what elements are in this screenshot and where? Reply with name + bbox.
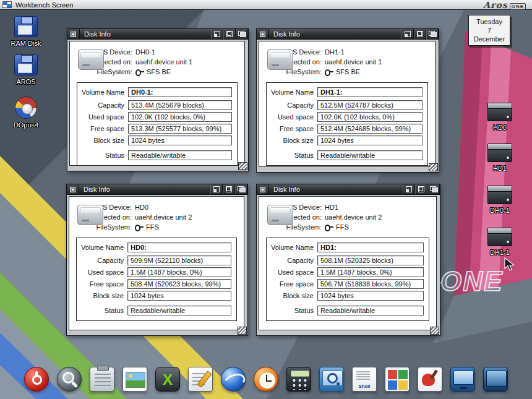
window-titlebar[interactable]: Disk Info xyxy=(257,29,439,40)
screen-titlebar: Workbench Screen Aros one xyxy=(0,0,532,10)
resize-handle[interactable] xyxy=(238,162,247,170)
desktop-icon-label: HD0 xyxy=(493,124,507,131)
resize-handle[interactable] xyxy=(429,163,438,171)
field-value-box: 506.7M (518838 blocks, 99%) xyxy=(317,279,424,289)
close-button[interactable] xyxy=(67,184,79,194)
field-value-text: DH1-1 xyxy=(325,48,345,56)
field-value: DH0-1 xyxy=(135,48,155,56)
depth-button[interactable] xyxy=(235,184,247,194)
dock-icon-clipboard[interactable] xyxy=(90,367,114,392)
window-titlebar[interactable]: Disk Info xyxy=(67,184,247,195)
dock-icon-display-settings[interactable] xyxy=(450,367,475,392)
field-label: Status xyxy=(81,152,128,159)
titlebar-spacer xyxy=(114,184,210,194)
filesystem-icon xyxy=(135,69,144,75)
desktop-icon-hd0[interactable]: HD0 xyxy=(474,103,526,131)
field-value-text: uaehf.device unit 1 xyxy=(325,58,382,66)
iconify-icon xyxy=(213,186,220,192)
dock-icon-screens[interactable] xyxy=(483,367,508,392)
field-value-box: 1.5M (1487 blocks, 0%) xyxy=(127,267,231,277)
close-icon xyxy=(260,32,265,37)
window-title: Disk Info xyxy=(80,29,115,39)
desktop-icon-aros-disk[interactable]: AROS xyxy=(1,54,51,85)
window-titlebar[interactable]: Disk Info xyxy=(257,184,440,195)
field-value-text: HD0 xyxy=(135,204,148,211)
zoom-icon xyxy=(417,31,423,37)
workbench-screen: Workbench Screen Aros one Tuesday 7 Dece… xyxy=(0,0,532,399)
zoom-button[interactable] xyxy=(414,29,426,39)
field-value-box: 508.4M (520623 blocks, 99%) xyxy=(127,279,231,289)
dock-icon-internet-globe[interactable] xyxy=(221,367,246,392)
field-value: SFS BE xyxy=(135,68,171,75)
iconify-button[interactable] xyxy=(401,29,414,39)
dopus4-icon xyxy=(15,97,37,119)
window-titlebar[interactable]: Disk Info xyxy=(67,29,248,40)
iconify-icon xyxy=(406,186,412,192)
field-value-box: HD1: xyxy=(317,242,424,252)
close-button[interactable] xyxy=(257,29,269,39)
close-button[interactable] xyxy=(67,29,80,39)
desktop-icon-hd1[interactable]: HD1 xyxy=(474,144,526,172)
disk-info-window: Disk InfoDOS Device:DH1-1Connected on:ua… xyxy=(256,28,439,173)
iconify-icon xyxy=(214,31,220,37)
field-label: Block size xyxy=(270,292,317,299)
zoom-button[interactable] xyxy=(223,184,235,194)
desktop-icon-label: AROS xyxy=(16,78,35,85)
detail-row-block-size: Block size1024 bytes xyxy=(81,135,232,145)
close-button[interactable] xyxy=(257,184,269,194)
field-label: Status xyxy=(80,307,127,314)
dock-icon-text-editor[interactable] xyxy=(188,367,213,392)
dock-icon-screen-magnifier[interactable] xyxy=(319,367,344,392)
calendar-month: December xyxy=(470,35,508,43)
zoom-button[interactable] xyxy=(415,184,427,194)
depth-button[interactable] xyxy=(426,29,439,39)
desktop-icon-ram-disk[interactable]: RAM Disk xyxy=(1,16,51,47)
field-value-box: 102.0K (102 blocks, 0%) xyxy=(317,112,423,122)
zoom-icon xyxy=(418,186,424,192)
dock-icon-paint[interactable] xyxy=(418,367,442,392)
iconify-button[interactable] xyxy=(210,184,223,194)
field-value-box: 513.3M (525577 blocks, 99%) xyxy=(128,124,232,134)
depth-button[interactable] xyxy=(236,29,248,39)
dock-icon-multiview-x[interactable] xyxy=(155,367,180,392)
iconify-button[interactable] xyxy=(403,184,415,194)
dock-icon-shell[interactable]: Shell xyxy=(352,367,377,392)
mouse-cursor xyxy=(504,257,516,272)
field-value-box: 1024 bytes xyxy=(317,291,424,301)
field-label: Block size xyxy=(270,137,317,144)
detail-row-capacity: Capacity509.9M (522110 blocks) xyxy=(80,255,231,265)
window-content: DOS Device:DH0-1Connected on:uaehf.devic… xyxy=(69,41,245,166)
desktop-icon-dh1-1[interactable]: DH1-1 xyxy=(474,228,526,256)
depth-button[interactable] xyxy=(427,184,440,194)
desktop-icon-dh0-1[interactable]: DH0-1 xyxy=(474,186,526,214)
disk-summary: DOS Device:DH1-1Connected on:uaehf.devic… xyxy=(259,41,435,79)
window-title: Disk Info xyxy=(269,29,304,39)
desktop-icon-dopus4[interactable]: DOpus4 xyxy=(1,97,51,129)
field-value-text: FFS xyxy=(146,223,159,231)
dock-icon-label: Shell xyxy=(353,384,376,389)
dock-icon-app-stack[interactable] xyxy=(385,367,410,392)
volume-details-group: Volume NameDH1-1:Capacity512.5M (524787 … xyxy=(266,82,428,166)
zoom-button[interactable] xyxy=(223,29,236,39)
calendar-widget[interactable]: Tuesday 7 December xyxy=(468,15,510,46)
field-value-box: DH1-1: xyxy=(317,87,423,97)
depth-icon xyxy=(429,31,437,37)
dock-icon-calculator[interactable] xyxy=(286,367,311,392)
watermark-text: one xyxy=(440,266,503,297)
resize-handle[interactable] xyxy=(430,327,439,335)
dock-icon-image-viewer[interactable] xyxy=(122,367,147,392)
calendar-weekday: Tuesday xyxy=(470,17,508,26)
dock-icon-power[interactable] xyxy=(24,367,49,392)
dock: Shell xyxy=(0,367,532,392)
dock-icon-find[interactable] xyxy=(57,367,82,392)
iconify-button[interactable] xyxy=(211,29,223,39)
field-value-text: uaehf.device unit 1 xyxy=(135,58,192,66)
detail-row-status: StatusReadable/writable xyxy=(270,150,423,160)
field-label: Free space xyxy=(270,280,317,288)
depth-icon xyxy=(238,31,246,37)
field-value: FFS xyxy=(135,223,159,231)
dock-icon-alarm-clock[interactable] xyxy=(254,367,278,392)
disk-drive-icon xyxy=(78,49,104,70)
resize-handle[interactable] xyxy=(238,327,247,335)
detail-row-used-space: Used space102.0K (102 blocks, 0%) xyxy=(270,112,423,122)
